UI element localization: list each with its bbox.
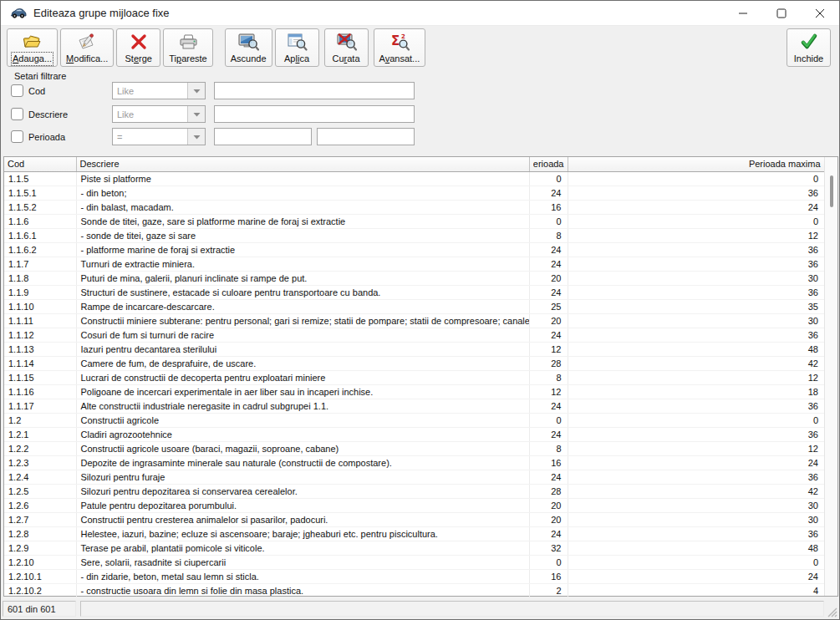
- perioada-filter-input-to[interactable]: [317, 128, 415, 145]
- delete-button[interactable]: Sterge: [116, 28, 160, 67]
- cell-perioada: 28: [529, 484, 568, 498]
- minimize-button[interactable]: [724, 1, 762, 26]
- table-row[interactable]: 1.2.1Cladiri agrozootehnice2436: [4, 427, 824, 441]
- cell-perioada: 8: [529, 370, 568, 384]
- cell-cod: 1.1.7: [4, 257, 76, 271]
- table-row[interactable]: 1.1.15Lucrari de constructii de decopert…: [4, 370, 824, 384]
- descriere-filter-input[interactable]: [214, 105, 415, 123]
- close-dialog-button[interactable]: Inchide: [787, 28, 831, 67]
- cell-descriere: Iazuri pentru decantarea sterilului: [76, 342, 529, 356]
- table-row[interactable]: 1.1.10Rampe de incarcare-descarcare.2535: [4, 299, 824, 313]
- table-row[interactable]: 1.2.8Helestee, iazuri, bazine; ecluze si…: [4, 526, 824, 541]
- table-header-row: Cod Descriere Perioada Perioada maxima: [4, 157, 824, 171]
- table-row[interactable]: 1.2.10Sere, solarii, rasadnite si ciuper…: [4, 555, 824, 569]
- table-row[interactable]: 1.2.7Constructii pentru cresterea animal…: [4, 512, 824, 526]
- close-window-button[interactable]: [801, 1, 839, 26]
- table-row[interactable]: 1.1.8Puturi de mina, galerii, planuri in…: [4, 271, 824, 285]
- cod-filter-checkbox[interactable]: [11, 84, 23, 97]
- table-row[interactable]: 1.1.5.2- din balast, macadam.1624: [4, 200, 824, 214]
- table-row[interactable]: 1.1.13Iazuri pentru decantarea sterilulu…: [4, 342, 824, 356]
- table-row[interactable]: 1.1.5.1- din beton;2436: [4, 185, 824, 200]
- vertical-scrollbar[interactable]: [824, 157, 837, 596]
- table-row[interactable]: 1.2.2Constructii agricole usoare (baraci…: [4, 441, 824, 455]
- advanced-filter-icon: Σ 2: [389, 32, 410, 52]
- table-row[interactable]: 1.2.10.2- constructie usoara din lemn si…: [4, 583, 824, 597]
- descriere-filter-checkbox[interactable]: [11, 108, 23, 120]
- table-row[interactable]: 1.1.7Turnuri de extractie miniera.2436: [4, 257, 824, 271]
- cell-cod: 1.1.10: [4, 299, 76, 313]
- cell-perioada: 8: [529, 441, 568, 455]
- cod-operator-select[interactable]: Like: [112, 82, 206, 99]
- table-row[interactable]: 1.1.5Piste si platforme00: [4, 171, 824, 185]
- cell-perioada: 16: [529, 569, 568, 583]
- table-row[interactable]: 1.1.12Cosuri de fum si turnuri de racire…: [4, 328, 824, 342]
- delete-button-label: Sterge: [125, 53, 152, 64]
- cell-descriere: - din beton;: [76, 185, 529, 200]
- column-header-perioada-maxima[interactable]: Perioada maxima: [568, 157, 824, 171]
- cell-perioada: 0: [529, 555, 568, 569]
- table-row[interactable]: 1.2.9Terase pe arabil, plantatii pomicol…: [4, 541, 824, 555]
- table-row[interactable]: 1.1.6.2- platforme marine de foraj si ex…: [4, 242, 824, 257]
- table-row[interactable]: 1.1.6Sonde de titei, gaze, sare si platf…: [4, 214, 824, 228]
- apply-button[interactable]: Aplica: [275, 28, 319, 67]
- cell-perioada-maxima: 30: [568, 498, 824, 512]
- svg-text:2: 2: [401, 33, 405, 40]
- hide-button-label: Ascunde: [231, 53, 267, 64]
- modify-button[interactable]: Modifica...: [60, 28, 114, 67]
- hide-monitor-icon: [237, 32, 259, 52]
- maximize-button[interactable]: [762, 1, 801, 26]
- table-row[interactable]: 1.2Constructii agricole00: [4, 413, 824, 427]
- cell-perioada-maxima: 42: [568, 484, 824, 498]
- status-message-panel: [80, 601, 824, 617]
- cell-descriere: Silozuri pentru depozitarea si conservar…: [76, 484, 529, 498]
- cell-descriere: Poligoane de incercari experimentale in …: [76, 384, 529, 399]
- advanced-button[interactable]: Σ 2 Avansat...: [374, 28, 426, 67]
- cell-cod: 1.1.12: [4, 328, 76, 342]
- data-grid: Cod Descriere Perioada Perioada maxima 1…: [3, 156, 838, 597]
- column-header-descriere[interactable]: Descriere: [76, 157, 529, 171]
- cell-perioada-maxima: 36: [568, 328, 824, 342]
- print-button[interactable]: Tipareste: [163, 28, 212, 67]
- table-row[interactable]: 1.2.10.1- din zidarie, beton, metal sau …: [4, 569, 824, 583]
- cell-cod: 1.1.17: [4, 399, 76, 413]
- scrollbar-thumb[interactable]: [830, 175, 833, 207]
- cell-perioada: 32: [529, 541, 568, 555]
- cell-perioada-maxima: 36: [568, 399, 824, 413]
- cell-cod: 1.1.6.1: [4, 228, 76, 242]
- table-row[interactable]: 1.2.5Silozuri pentru depozitarea si cons…: [4, 484, 824, 498]
- cell-descriere: Piste si platforme: [76, 171, 529, 185]
- column-header-cod[interactable]: Cod: [4, 157, 76, 171]
- table-row[interactable]: 1.2.6Patule pentru depozitarea porumbulu…: [4, 498, 824, 512]
- cell-cod: 1.2.2: [4, 441, 76, 455]
- table-row[interactable]: 1.1.6.1- sonde de titei, gaze si sare812: [4, 228, 824, 242]
- perioada-filter-checkbox[interactable]: [11, 130, 23, 143]
- descriere-operator-select[interactable]: Like: [112, 105, 206, 123]
- cell-cod: 1.2.10: [4, 555, 76, 569]
- perioada-filter-input-from[interactable]: [214, 128, 312, 145]
- table-row[interactable]: 1.2.3Depozite de ingrasaminte minerale s…: [4, 455, 824, 470]
- perioada-operator-select[interactable]: =: [112, 128, 206, 145]
- add-button[interactable]: Adauga...: [7, 28, 58, 67]
- cod-filter-input[interactable]: [214, 82, 415, 99]
- cell-cod: 1.2.9: [4, 541, 76, 555]
- cell-perioada: 24: [529, 399, 568, 413]
- table-row[interactable]: 1.1.17Alte constructii industriale nereg…: [4, 399, 824, 413]
- cell-descriere: Cladiri agrozootehnice: [76, 427, 529, 441]
- hide-button[interactable]: Ascunde: [225, 28, 272, 67]
- column-header-perioada[interactable]: Perioada: [529, 157, 568, 171]
- resize-grip[interactable]: [826, 606, 837, 617]
- table-row[interactable]: 1.1.11Constructii miniere subterane: pen…: [4, 313, 824, 328]
- cell-perioada: 12: [529, 342, 568, 356]
- cell-descriere: Constructii agricole: [76, 413, 529, 427]
- advanced-button-label: Avansat...: [379, 53, 420, 64]
- table-row[interactable]: 1.1.16Poligoane de incercari experimenta…: [4, 384, 824, 399]
- table-row[interactable]: 1.1.14Camere de fum, de desprafuire, de …: [4, 356, 824, 370]
- cell-descriere: - sonde de titei, gaze si sare: [76, 228, 529, 242]
- table-row[interactable]: 1.2.4Silozuri pentru furaje2436: [4, 470, 824, 484]
- table-row[interactable]: 1.1.9Structuri de sustinere, estacade si…: [4, 285, 824, 299]
- clear-button[interactable]: Curata: [324, 28, 369, 67]
- chevron-down-icon: [187, 83, 205, 99]
- cell-perioada: 24: [529, 470, 568, 484]
- cell-perioada-maxima: 48: [568, 541, 824, 555]
- cell-perioada: 24: [529, 328, 568, 342]
